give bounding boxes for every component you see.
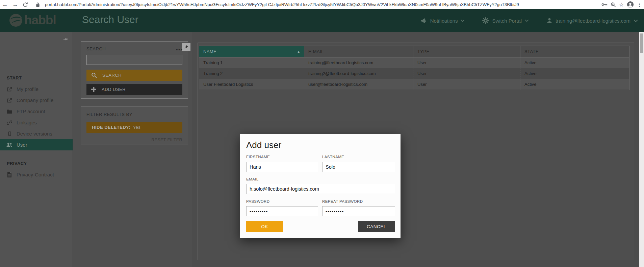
password-label: PASSWORD <box>246 199 269 203</box>
table-header-row: NAME ▲ E-MAIL TYPE STATE <box>199 46 629 57</box>
account-menu[interactable]: training@fleetboard-logistics.com <box>546 18 638 24</box>
sidebar-item-my-profile[interactable]: My profile <box>0 83 73 95</box>
cell-name: User Fleetboard Logistics <box>199 79 304 90</box>
table-row[interactable]: Training 2 training2@fleetboard-logistic… <box>199 68 629 79</box>
sidebar: START My profile Company profile FTP acc… <box>0 32 73 267</box>
table-row[interactable]: Training 1 training@fleetboard-logistics… <box>199 57 629 68</box>
sidebar-item-privacy-contract[interactable]: Privacy-Contract <box>0 169 73 180</box>
cell-email: user@fleetboard-logistics.com <box>304 79 413 90</box>
search-button-label: SEARCH <box>102 73 122 78</box>
address-bar[interactable]: portal.habbl.com/Portal/Administration/?… <box>45 2 551 7</box>
back-icon[interactable]: ← <box>0 0 10 9</box>
search-button[interactable]: SEARCH <box>86 70 182 81</box>
folder-icon <box>6 109 13 114</box>
sidebar-section-privacy: PRIVACY <box>7 161 27 166</box>
cell-state: Active <box>520 79 629 90</box>
lastname-field[interactable] <box>322 162 395 172</box>
sidebar-item-label: Device versions <box>17 131 52 137</box>
phone-icon <box>6 131 13 137</box>
sidebar-item-device-versions[interactable]: Device versions <box>0 128 73 139</box>
bookmark-star-icon[interactable]: ☆ <box>619 1 624 8</box>
reset-filter-link[interactable]: RESET FILTER <box>151 138 182 142</box>
sidebar-section-start: START <box>7 75 22 80</box>
key-icon[interactable] <box>601 3 608 6</box>
repeat-password-field[interactable] <box>322 206 395 216</box>
page-title: Search User <box>82 14 138 25</box>
link-icon <box>6 120 13 125</box>
scrollbar-thumb[interactable] <box>640 33 643 53</box>
pin-icon[interactable] <box>62 36 69 42</box>
add-user-dialog: Add user FIRSTNAME LASTNAME EMAIL PASSWO… <box>240 134 401 238</box>
document-icon <box>6 172 13 177</box>
chevron-down-icon <box>634 19 638 22</box>
gear-icon <box>482 17 489 24</box>
sidebar-item-linkages[interactable]: Linkages <box>0 117 73 128</box>
cell-email: training2@fleetboard-logistics.com <box>304 68 413 79</box>
cell-type: User <box>413 79 520 90</box>
firstname-label: FIRSTNAME <box>246 155 270 159</box>
table-row[interactable]: User Fleetboard Logistics user@fleetboar… <box>199 79 629 90</box>
switch-portal-menu[interactable]: Switch Portal <box>482 17 529 24</box>
column-header-label: NAME <box>203 49 216 54</box>
email-label: EMAIL <box>246 177 259 181</box>
sidebar-item-label: Company profile <box>17 97 53 103</box>
chevron-down-icon <box>525 19 529 22</box>
filter-panel: FILTER RESULTS BY HIDE DELETED?: Yes RES… <box>81 106 188 145</box>
share-icon <box>6 98 13 103</box>
repeat-password-label: REPEAT PASSWORD <box>322 199 363 203</box>
zoom-icon[interactable] <box>611 2 616 7</box>
sidebar-item-ftp-account[interactable]: FTP account <box>0 106 73 117</box>
habbl-logo-icon <box>9 13 23 27</box>
search-column: SEARCH ••• SEARCH ADD USER FILTER RESULT… <box>73 32 192 267</box>
plus-icon <box>91 87 96 92</box>
notifications-label: Notifications <box>430 18 458 24</box>
forward-icon[interactable]: → <box>10 0 20 9</box>
search-panel: SEARCH ••• SEARCH ADD USER <box>81 41 188 99</box>
person-icon <box>546 18 552 24</box>
hide-deleted-label: HIDE DELETED?: <box>92 125 131 130</box>
sidebar-item-label: My profile <box>17 86 38 92</box>
sort-ascending-icon: ▲ <box>297 50 301 54</box>
column-header-email[interactable]: E-MAIL <box>304 46 413 57</box>
column-header-state[interactable]: STATE <box>520 46 629 57</box>
search-input[interactable] <box>86 55 182 65</box>
sidebar-item-label: Privacy-Contract <box>17 172 54 177</box>
sidebar-item-user[interactable]: User <box>0 139 73 150</box>
refresh-icon[interactable] <box>23 2 28 7</box>
habbl-logo-text: habbl <box>24 13 56 27</box>
column-header-type[interactable]: TYPE <box>413 46 520 57</box>
notifications-menu[interactable]: Notifications <box>420 18 465 24</box>
account-email: training@fleetboard-logistics.com <box>556 18 630 24</box>
scrollbar[interactable] <box>639 32 644 267</box>
browser-toolbar: ← → portal.habbl.com/Portal/Administrati… <box>0 0 644 9</box>
cell-email: training@fleetboard-logistics.com <box>304 57 413 68</box>
column-header-name[interactable]: NAME ▲ <box>199 46 304 57</box>
cell-name: Training 2 <box>199 68 304 79</box>
screen: ← → portal.habbl.com/Portal/Administrati… <box>0 0 644 267</box>
sidebar-item-label: FTP account <box>17 108 45 114</box>
habbl-logo[interactable]: habbl <box>9 13 56 27</box>
cancel-button[interactable]: CANCEL <box>358 221 395 232</box>
email-field[interactable] <box>246 184 395 194</box>
search-icon <box>91 72 97 78</box>
browser-profile-avatar[interactable] <box>627 1 634 8</box>
panel-menu-icon[interactable]: ••• <box>176 47 183 52</box>
cell-name: Training 1 <box>199 57 304 68</box>
sidebar-item-company-profile[interactable]: Company profile <box>0 95 73 106</box>
hide-deleted-toggle[interactable]: HIDE DELETED?: Yes <box>86 122 182 133</box>
lastname-label: LASTNAME <box>322 155 344 159</box>
cell-state: Active <box>520 68 629 79</box>
chevron-down-icon <box>461 19 465 22</box>
firstname-field[interactable] <box>246 162 318 172</box>
app-header: habbl Search User Notifications Switch <box>0 9 644 32</box>
cell-type: User <box>413 57 520 68</box>
password-field[interactable] <box>246 206 318 216</box>
ok-button[interactable]: OK <box>246 221 283 232</box>
switch-portal-label: Switch Portal <box>492 18 522 24</box>
sidebar-item-label: Linkages <box>17 120 37 125</box>
add-user-button[interactable]: ADD USER <box>86 84 182 95</box>
cell-state: Active <box>520 57 629 68</box>
lock-icon[interactable] <box>36 2 40 7</box>
cell-type: User <box>413 68 520 79</box>
browser-menu-icon[interactable]: ⋮ <box>637 2 642 8</box>
